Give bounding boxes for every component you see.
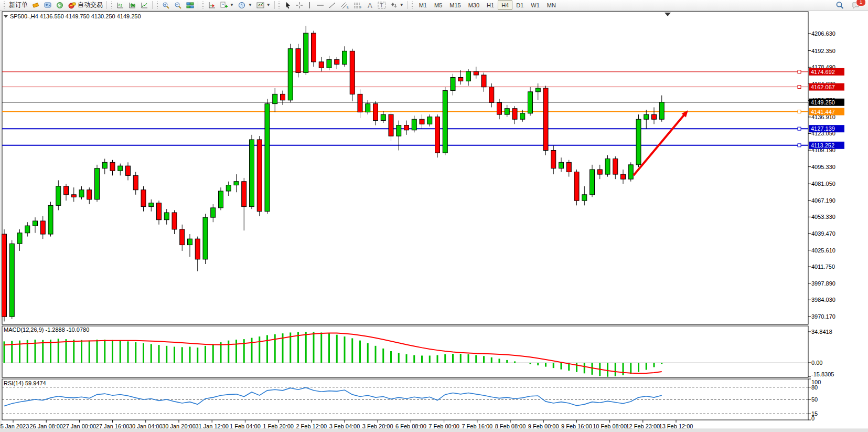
rsi-indicator-label: RSI(14) 59.9474 bbox=[4, 380, 46, 386]
chart-ohlc-title: SP500-,H4 4136.550 4149.750 4130.250 414… bbox=[10, 13, 141, 19]
chevron-down-icon: ▼ bbox=[266, 3, 271, 7]
equidistant-channel-icon[interactable]: E bbox=[338, 0, 351, 10]
svg-text:50: 50 bbox=[811, 396, 818, 403]
text-label-icon[interactable]: T bbox=[376, 0, 388, 10]
svg-text:4025.610: 4025.610 bbox=[811, 247, 835, 254]
svg-text:E: E bbox=[347, 5, 349, 9]
svg-text:27 Jan 16:00: 27 Jan 16:00 bbox=[96, 423, 130, 429]
timeframe-button-h4[interactable]: H4 bbox=[498, 0, 512, 10]
profiles-icon[interactable] bbox=[42, 0, 54, 10]
toolbar-separator bbox=[106, 1, 107, 9]
svg-text:0: 0 bbox=[811, 415, 815, 422]
svg-text:80: 80 bbox=[811, 384, 818, 391]
cursor-icon[interactable] bbox=[282, 0, 293, 10]
price-tag: 4113.252 bbox=[809, 142, 844, 149]
toolbar-grip bbox=[110, 2, 113, 8]
timeframe-button-m30[interactable]: M30 bbox=[465, 0, 483, 10]
auto-scroll-icon[interactable] bbox=[206, 0, 218, 10]
svg-text:1 Feb 20:00: 1 Feb 20:00 bbox=[263, 423, 294, 429]
trendline-icon[interactable] bbox=[326, 0, 338, 10]
svg-text:10 Feb 08:00: 10 Feb 08:00 bbox=[593, 423, 627, 429]
svg-text:0.00: 0.00 bbox=[811, 360, 822, 366]
notification-badge: 1 bbox=[856, 0, 866, 6]
timeframe-button-d1[interactable]: D1 bbox=[512, 0, 527, 10]
new-order-button[interactable]: 新订单 bbox=[7, 0, 30, 10]
symbol-dropdown-icon[interactable] bbox=[4, 15, 8, 18]
svg-text:3997.890: 3997.890 bbox=[811, 280, 835, 287]
line-chart-icon[interactable] bbox=[138, 0, 151, 10]
svg-text:4162.067: 4162.067 bbox=[811, 84, 835, 90]
status-strip bbox=[0, 429, 868, 432]
mt4-window: 新订单自动交易▼▼▼EFAT▼M1M5M15M30H1H4D1W1MN1 420… bbox=[0, 0, 868, 432]
svg-text:3970.170: 3970.170 bbox=[811, 313, 835, 320]
chart-canvas[interactable]: 4206.6304192.3504178.4904164.6304150.770… bbox=[0, 10, 868, 432]
zoom-out-icon[interactable] bbox=[172, 0, 184, 10]
svg-text:6 Feb 08:00: 6 Feb 08:00 bbox=[395, 423, 426, 429]
svg-text:3 Feb 20:00: 3 Feb 20:00 bbox=[362, 423, 393, 429]
svg-text:26 Jan 08:00: 26 Jan 08:00 bbox=[29, 423, 63, 429]
svg-text:4011.750: 4011.750 bbox=[811, 264, 835, 270]
chart-area[interactable]: 4206.6304192.3504178.4904164.6304150.770… bbox=[0, 10, 868, 432]
svg-text:4127.139: 4127.139 bbox=[811, 125, 835, 132]
search-icon[interactable] bbox=[833, 0, 846, 10]
horizontal-line-icon[interactable] bbox=[314, 0, 326, 10]
styler-icon[interactable] bbox=[30, 0, 42, 10]
toolbar-separator bbox=[152, 1, 153, 9]
svg-text:4149.250: 4149.250 bbox=[811, 99, 835, 106]
periods-clock-icon[interactable]: ▼ bbox=[236, 0, 254, 10]
toolbar-grip bbox=[3, 2, 5, 8]
signals-icon[interactable] bbox=[54, 0, 66, 10]
timeframe-button-h1[interactable]: H1 bbox=[483, 0, 498, 10]
notifications-icon[interactable]: 1 bbox=[850, 0, 863, 10]
svg-text:3984.030: 3984.030 bbox=[811, 297, 835, 303]
svg-text:4039.470: 4039.470 bbox=[811, 230, 835, 237]
chart-title-bar[interactable]: SP500-,H4 4136.550 4149.750 4130.250 414… bbox=[4, 13, 141, 19]
svg-text:27 Jan 00:00: 27 Jan 00:00 bbox=[63, 423, 97, 429]
macd-indicator-label: MACD(12,26,9) -1.2888 -10.0780 bbox=[4, 326, 89, 333]
timeframe-button-mn[interactable]: MN bbox=[543, 0, 560, 10]
svg-text:8 Feb 08:00: 8 Feb 08:00 bbox=[495, 423, 526, 429]
svg-text:4067.190: 4067.190 bbox=[811, 197, 835, 204]
fibonacci-icon[interactable]: F bbox=[351, 0, 365, 10]
templates-icon[interactable]: ▼ bbox=[254, 0, 273, 10]
svg-text:3 Feb 04:00: 3 Feb 04:00 bbox=[329, 423, 360, 429]
arrows-icon[interactable]: ▼ bbox=[388, 0, 406, 10]
crosshair-icon[interactable] bbox=[293, 0, 305, 10]
tile-windows-icon[interactable] bbox=[184, 0, 196, 10]
svg-text:25 Jan 2023: 25 Jan 2023 bbox=[0, 423, 29, 429]
svg-text:4053.330: 4053.330 bbox=[811, 214, 835, 220]
svg-text:34.8418: 34.8418 bbox=[811, 329, 832, 335]
svg-text:31 Jan 12:00: 31 Jan 12:00 bbox=[195, 423, 229, 429]
toolbar-grip bbox=[201, 2, 204, 8]
price-tag: 4174.692 bbox=[809, 68, 844, 76]
chevron-down-icon: ▼ bbox=[248, 3, 252, 7]
svg-text:A: A bbox=[368, 2, 372, 9]
zoom-in-icon[interactable] bbox=[160, 0, 172, 10]
candlestick-chart-icon[interactable] bbox=[126, 0, 138, 10]
svg-text:4174.692: 4174.692 bbox=[811, 69, 835, 75]
svg-text:1 Feb 04:00: 1 Feb 04:00 bbox=[230, 423, 261, 429]
toolbar-grip bbox=[411, 2, 414, 8]
main-toolbar: 新订单自动交易▼▼▼EFAT▼M1M5M15M30H1H4D1W1MN1 bbox=[0, 0, 868, 10]
new-chart-icon[interactable]: ▼ bbox=[218, 0, 236, 10]
svg-text:4206.630: 4206.630 bbox=[811, 30, 835, 37]
timeframe-button-m15[interactable]: M15 bbox=[446, 0, 464, 10]
vertical-line-icon[interactable] bbox=[305, 0, 314, 10]
auto-trading-button[interactable]: 自动交易 bbox=[66, 0, 105, 10]
svg-text:30 Jan 20:00: 30 Jan 20:00 bbox=[162, 423, 196, 429]
timeframe-button-m1[interactable]: M1 bbox=[415, 0, 431, 10]
timeframe-button-m5[interactable]: M5 bbox=[431, 0, 446, 10]
chevron-down-icon: ▼ bbox=[400, 3, 404, 7]
svg-text:7 Feb 00:00: 7 Feb 00:00 bbox=[428, 423, 459, 429]
bar-chart-icon[interactable] bbox=[114, 0, 126, 10]
timeframe-button-w1[interactable]: W1 bbox=[527, 0, 543, 10]
svg-text:4192.350: 4192.350 bbox=[811, 48, 835, 54]
text-icon[interactable]: A bbox=[365, 0, 376, 10]
toolbar-separator bbox=[198, 1, 198, 9]
price-tag: 4162.067 bbox=[809, 83, 844, 91]
svg-text:2 Feb 12:00: 2 Feb 12:00 bbox=[296, 423, 327, 429]
svg-text:F: F bbox=[360, 5, 362, 9]
svg-text:4081.050: 4081.050 bbox=[811, 181, 835, 187]
svg-text:4095.330: 4095.330 bbox=[811, 164, 835, 170]
chevron-down-icon: ▼ bbox=[230, 3, 234, 7]
